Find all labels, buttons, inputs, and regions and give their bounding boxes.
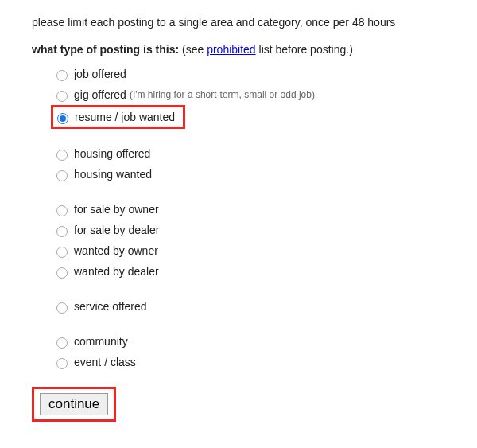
posting-radio[interactable] [56,70,68,81]
posting-type-prompt: what type of posting is this: (see prohi… [32,43,445,56]
posting-option[interactable]: resume / job wanted [51,105,185,129]
posting-radio[interactable] [56,302,68,314]
posting-option[interactable]: for sale by owner [52,199,445,220]
posting-option[interactable]: for sale by dealer [52,220,445,240]
option-label: event / class [74,353,136,371]
prompt-before: (see [179,43,207,56]
option-hint: (I'm hiring for a short-term, small or o… [130,86,315,103]
continue-highlight: continue [32,387,116,422]
posting-option[interactable]: housing offered [52,143,445,164]
option-label: wanted by owner [74,242,158,259]
posting-radio[interactable] [56,247,68,258]
posting-option[interactable]: housing wanted [52,164,445,185]
posting-option[interactable]: gig offered(I'm hiring for a short-term,… [52,84,445,105]
option-label: for sale by dealer [74,221,159,239]
option-label: service offered [74,298,147,315]
posting-option[interactable]: community [52,331,445,352]
option-label: resume / job wanted [75,108,175,126]
continue-button[interactable]: continue [40,393,108,415]
posting-option[interactable]: service offered [52,296,445,317]
option-label: wanted by dealer [74,263,159,280]
intro-text: please limit each posting to a single ar… [32,16,445,29]
option-group: service offered [52,296,445,317]
option-group: job offeredgig offered(I'm hiring for a … [52,64,445,129]
posting-radio[interactable] [57,113,68,124]
posting-radio[interactable] [56,170,68,181]
posting-radio[interactable] [56,226,68,237]
option-label: for sale by owner [74,201,159,218]
posting-option[interactable]: wanted by dealer [52,261,445,282]
prompt-bold: what type of posting is this: [32,43,179,56]
option-label: community [74,333,128,350]
prohibited-link[interactable]: prohibited [207,43,256,56]
option-group: housing offeredhousing wanted [52,143,445,185]
posting-option[interactable]: event / class [52,352,445,372]
option-group: for sale by ownerfor sale by dealerwante… [52,199,445,282]
posting-type-options: job offeredgig offered(I'm hiring for a … [32,64,445,372]
posting-radio[interactable] [56,337,68,349]
option-label: housing wanted [74,166,152,183]
option-label: gig offered [74,86,126,103]
posting-option[interactable]: job offered [52,64,445,84]
posting-radio[interactable] [56,358,68,369]
prompt-after: list before posting.) [256,43,353,56]
posting-radio[interactable] [56,267,68,279]
posting-radio[interactable] [56,91,68,102]
posting-radio[interactable] [56,150,68,161]
posting-option[interactable]: wanted by owner [52,240,445,261]
posting-radio[interactable] [56,205,68,216]
option-label: housing offered [74,145,150,162]
option-group: communityevent / class [52,331,445,372]
option-label: job offered [74,65,126,83]
continue-wrap: continue [32,387,445,422]
